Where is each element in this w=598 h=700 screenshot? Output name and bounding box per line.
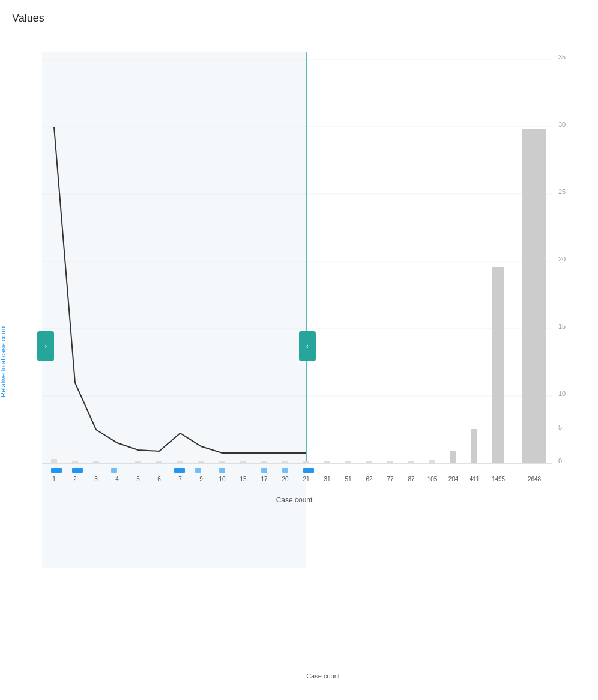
chart-area: Relative total case count Variant count … <box>6 37 582 686</box>
svg-text:9: 9 <box>199 476 203 482</box>
svg-text:10: 10 <box>219 476 226 482</box>
left-drag-handle[interactable]: › <box>37 331 54 361</box>
svg-rect-46 <box>51 468 62 473</box>
svg-text:Case count: Case count <box>276 496 313 504</box>
svg-rect-35 <box>303 461 309 463</box>
svg-rect-41 <box>429 460 435 463</box>
svg-rect-24 <box>51 459 57 463</box>
y-left-axis-label: Relative total case count <box>0 301 7 421</box>
svg-rect-44 <box>492 267 504 463</box>
svg-rect-25 <box>72 461 78 463</box>
svg-text:20: 20 <box>558 255 566 263</box>
svg-text:105: 105 <box>427 476 438 482</box>
svg-rect-47 <box>72 468 83 473</box>
svg-rect-51 <box>219 468 225 473</box>
svg-rect-54 <box>303 468 314 473</box>
svg-rect-39 <box>387 461 393 463</box>
svg-text:0: 0 <box>558 457 562 464</box>
svg-rect-52 <box>261 468 267 473</box>
svg-text:4: 4 <box>115 476 119 482</box>
svg-text:35: 35 <box>558 53 566 61</box>
svg-rect-36 <box>324 461 330 463</box>
svg-text:17: 17 <box>261 476 268 482</box>
svg-text:20: 20 <box>282 476 289 482</box>
svg-rect-42 <box>450 451 456 463</box>
svg-rect-53 <box>282 468 288 473</box>
right-drag-handle[interactable]: ‹ <box>299 331 316 361</box>
svg-text:1: 1 <box>52 476 56 482</box>
svg-text:5: 5 <box>136 476 140 482</box>
svg-text:15: 15 <box>240 476 247 482</box>
svg-rect-50 <box>195 468 201 473</box>
svg-text:21: 21 <box>303 476 310 482</box>
page-title: Values <box>12 12 592 25</box>
svg-text:31: 31 <box>324 476 331 482</box>
svg-text:77: 77 <box>387 476 394 482</box>
x-axis-label: Case count <box>306 672 340 680</box>
svg-text:2648: 2648 <box>528 476 542 482</box>
svg-text:25: 25 <box>558 188 566 195</box>
svg-text:2: 2 <box>73 476 77 482</box>
page-container: Values Relative total case count Variant… <box>0 0 598 700</box>
svg-rect-34 <box>282 461 288 463</box>
svg-text:411: 411 <box>470 476 480 482</box>
svg-text:30: 30 <box>558 121 566 128</box>
svg-text:51: 51 <box>345 476 352 482</box>
svg-rect-43 <box>471 429 477 463</box>
svg-rect-37 <box>345 461 351 463</box>
svg-text:204: 204 <box>448 476 459 482</box>
svg-rect-40 <box>408 461 414 463</box>
svg-text:1495: 1495 <box>492 476 506 482</box>
svg-rect-45 <box>522 129 546 463</box>
svg-rect-49 <box>174 468 185 473</box>
svg-text:5: 5 <box>558 424 562 431</box>
svg-rect-48 <box>111 468 117 473</box>
svg-text:62: 62 <box>366 476 373 482</box>
svg-text:87: 87 <box>408 476 415 482</box>
svg-text:6: 6 <box>157 476 161 482</box>
svg-text:10: 10 <box>558 390 566 397</box>
svg-text:3: 3 <box>94 476 98 482</box>
svg-rect-38 <box>366 461 372 463</box>
svg-rect-28 <box>156 461 162 463</box>
svg-text:15: 15 <box>558 323 566 330</box>
svg-rect-0 <box>42 52 306 568</box>
svg-text:7: 7 <box>178 476 182 482</box>
